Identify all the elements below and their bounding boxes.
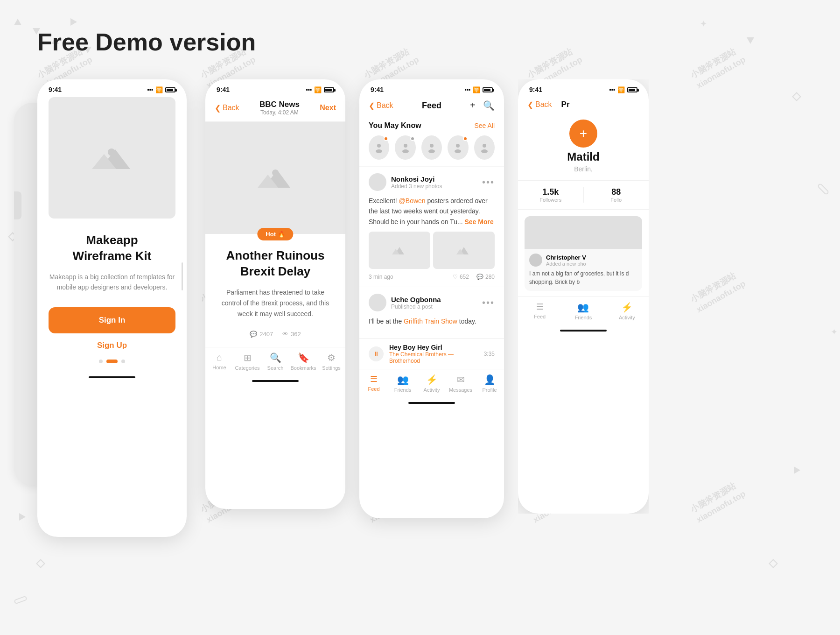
ymk-avatar-3[interactable] bbox=[421, 135, 442, 160]
news-title: Another Ruinous Brexit Delay bbox=[216, 248, 335, 280]
nav-activity[interactable]: ⚡ Activity bbox=[417, 374, 446, 393]
post-mountain-1 bbox=[391, 245, 408, 255]
phone-profile: 9:41 ▪▪▪ 🛜 ❮ Back Pr bbox=[518, 79, 649, 514]
activity-icon-4: ⚡ bbox=[621, 302, 633, 313]
nav-settings[interactable]: ⚙ Settings bbox=[317, 352, 345, 371]
post1-header: Nonkosi Joyi Added 3 new photos ••• bbox=[369, 173, 495, 191]
nav-activity-4[interactable]: ⚡ Activity bbox=[605, 302, 649, 320]
post2-more-icon[interactable]: ••• bbox=[482, 297, 495, 308]
back-button-4[interactable]: ❮ Back bbox=[527, 100, 552, 109]
app-title: Makeapp Wireframe Kit bbox=[73, 233, 152, 264]
back-label-3: Back bbox=[377, 101, 393, 110]
bottom-nav-3: ☰ Feed 👥 Friends ⚡ Activity ✉ Messages bbox=[359, 369, 504, 400]
search-icon-feed[interactable]: 🔍 bbox=[483, 100, 495, 111]
news-description: Parliament has threatened to take contro… bbox=[216, 287, 335, 319]
svg-point-10 bbox=[430, 144, 434, 148]
activity-icon: ⚡ bbox=[426, 374, 438, 385]
user-icon-3 bbox=[426, 142, 437, 153]
post1-mention[interactable]: @Bowen bbox=[399, 197, 426, 205]
ymk-avatar-4[interactable] bbox=[448, 135, 468, 160]
nav-home[interactable]: ⌂ Home bbox=[205, 352, 233, 371]
music-player: ⏸ Hey Boy Hey Girl The Chemical Brothers… bbox=[359, 339, 504, 369]
post-card-user: Christopher V Added a new pho bbox=[529, 254, 637, 267]
home-icon: ⌂ bbox=[217, 352, 222, 363]
categories-label: Categories bbox=[235, 365, 259, 371]
feed-label-4: Feed bbox=[534, 314, 546, 319]
friends-label-4: Friends bbox=[575, 315, 592, 320]
bottom-nav-4: ☰ Feed 👥 Friends ⚡ Activity bbox=[518, 296, 649, 328]
home-indicator-1 bbox=[89, 376, 135, 378]
news-image: Hot 🔥 bbox=[205, 122, 345, 234]
nav-bookmarks[interactable]: 🔖 Bookmarks bbox=[289, 352, 317, 371]
settings-label: Settings bbox=[322, 365, 341, 371]
nav-friends[interactable]: 👥 Friends bbox=[388, 374, 417, 393]
time-2: 9:41 bbox=[217, 86, 230, 93]
ymk-avatar-5[interactable] bbox=[474, 135, 495, 160]
nav-categories[interactable]: ⊞ Categories bbox=[233, 352, 261, 371]
news-header: ❮ Back BBC News Today, 4:02 AM Next bbox=[205, 97, 345, 122]
ymk-dot-1 bbox=[384, 136, 388, 141]
wifi-icon-2: 🛜 bbox=[314, 86, 322, 93]
nav-friends-4[interactable]: 👥 Friends bbox=[561, 302, 605, 320]
dots-indicator bbox=[99, 360, 125, 363]
svg-point-11 bbox=[428, 149, 435, 153]
following-label: Follo bbox=[588, 197, 644, 203]
onboarding-image bbox=[49, 97, 175, 219]
post1-more-icon[interactable]: ••• bbox=[482, 177, 495, 188]
svg-point-7 bbox=[376, 149, 382, 153]
app-title-line1: Makeapp bbox=[86, 233, 138, 247]
svg-point-15 bbox=[481, 149, 488, 153]
news-header-center: BBC News Today, 4:02 AM bbox=[259, 100, 300, 116]
nav-feed-4[interactable]: ☰ Feed bbox=[518, 302, 561, 320]
friends-label: Friends bbox=[394, 387, 412, 393]
hot-badge: Hot 🔥 bbox=[257, 228, 293, 240]
search-label: Search bbox=[267, 365, 284, 371]
next-button[interactable]: Next bbox=[320, 104, 336, 112]
profile-name: Matild bbox=[525, 150, 641, 163]
signup-button[interactable]: Sign Up bbox=[97, 341, 127, 350]
post1-user-info: Nonkosi Joyi Added 3 new photos bbox=[391, 175, 442, 190]
add-icon[interactable]: + bbox=[470, 100, 476, 111]
post2-link[interactable]: Griffith Train Show bbox=[404, 318, 457, 325]
app-description: Makeapp is a big collection of templates… bbox=[49, 272, 175, 293]
back-label-4: Back bbox=[535, 100, 552, 109]
views-stat: 👁 362 bbox=[282, 331, 301, 338]
profile-add-button[interactable]: + bbox=[569, 120, 597, 148]
profile-header-title: Pr bbox=[561, 100, 570, 109]
back-button-3[interactable]: ❮ Back bbox=[369, 101, 393, 110]
app-title-line2: Wireframe Kit bbox=[73, 249, 152, 263]
feed-post-2: Uche Ogbonna Published a post ••• I'll b… bbox=[359, 287, 504, 338]
you-may-know-section: You May Know See All bbox=[359, 117, 504, 167]
music-info: Hey Boy Hey Girl The Chemical Brothers —… bbox=[389, 344, 478, 364]
ymk-see-all[interactable]: See All bbox=[474, 122, 495, 129]
profile-stats: 1.5k Followers 88 Follo bbox=[518, 180, 649, 210]
bookmarks-label: Bookmarks bbox=[290, 365, 316, 371]
nav-messages[interactable]: ✉ Messages bbox=[446, 374, 475, 393]
followers-stat: 1.5k Followers bbox=[518, 187, 584, 203]
nav-feed[interactable]: ☰ Feed bbox=[359, 374, 388, 393]
ymk-avatar-2[interactable] bbox=[395, 135, 415, 160]
nav-search[interactable]: 🔍 Search bbox=[261, 352, 289, 371]
phone1-content: Makeapp Wireframe Kit Makeapp is a big c… bbox=[37, 97, 187, 378]
post1-see-more[interactable]: See More bbox=[464, 218, 493, 226]
ymk-header: You May Know See All bbox=[369, 121, 495, 130]
feed-icon: ☰ bbox=[370, 374, 378, 384]
signin-button[interactable]: Sign In bbox=[49, 307, 175, 333]
signal-icon-2: ▪▪▪ bbox=[306, 86, 312, 93]
music-pause-button[interactable]: ⏸ bbox=[369, 346, 384, 361]
comments-stat: 💬 2407 bbox=[250, 331, 273, 338]
bottom-nav-2: ⌂ Home ⊞ Categories 🔍 Search 🔖 Bookmarks bbox=[205, 347, 345, 378]
post2-avatar bbox=[369, 294, 386, 311]
post1-footer: 3 min ago ♡ 652 💬 280 bbox=[369, 274, 495, 280]
views-icon: 👁 bbox=[282, 331, 288, 338]
news-datetime: Today, 4:02 AM bbox=[259, 109, 300, 116]
post1-sub: Added 3 new photos bbox=[391, 183, 442, 190]
chevron-left-icon-2: ❮ bbox=[215, 104, 221, 113]
comment-icon-post: 💬 bbox=[476, 274, 483, 280]
back-button-2[interactable]: ❮ Back bbox=[215, 104, 239, 113]
following-count: 88 bbox=[588, 187, 644, 197]
ymk-avatar-1[interactable] bbox=[369, 135, 389, 160]
battery-icon-1 bbox=[165, 87, 175, 92]
activity-label: Activity bbox=[424, 387, 440, 393]
nav-profile[interactable]: 👤 Profile bbox=[475, 374, 504, 393]
